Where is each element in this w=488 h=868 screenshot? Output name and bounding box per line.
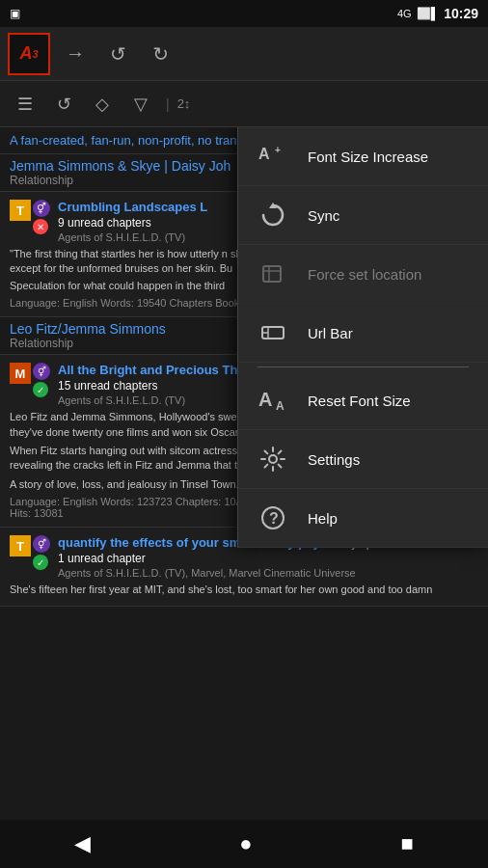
sync-label: Sync <box>308 207 469 224</box>
location-icon <box>258 258 288 289</box>
story3-fandom: Agents of S.H.I.E.L.D. (TV), Marvel, Mar… <box>58 567 405 579</box>
story2-rating-icon: M <box>10 363 31 384</box>
recents-button[interactable]: ■ <box>393 824 421 864</box>
reset-font-label: Reset Font Size <box>308 393 469 409</box>
app-logo[interactable]: A3 <box>8 33 50 75</box>
reset-font-icon: A A <box>258 385 288 416</box>
settings-label: Settings <box>308 451 469 468</box>
story3-rating-icon: T <box>10 535 31 556</box>
notification-icon: ▣ <box>10 7 20 20</box>
svg-rect-3 <box>263 266 281 282</box>
dropdown-item-settings[interactable]: Settings <box>238 430 488 489</box>
help-label: Help <box>308 510 469 527</box>
story3-desc: She's fifteen her first year at MIT, and… <box>10 583 478 597</box>
tag-button[interactable]: ◇ <box>85 87 120 122</box>
dropdown-divider <box>258 366 469 367</box>
story1-icons: T ⚥ ✕ <box>10 200 50 234</box>
dropdown-item-force-location[interactable]: Force set location <box>238 245 488 304</box>
dropdown-item-sync[interactable]: Sync <box>238 186 488 245</box>
dropdown-menu: A + Font Size Increase Sync <box>237 127 488 548</box>
story3-gender-icon: ⚥ <box>33 535 50 553</box>
story3-chapters: 1 unread chapter <box>58 552 405 565</box>
battery-icon: ⬜▌ <box>417 7 440 20</box>
nav-bar: ◀ ● ■ <box>0 820 488 868</box>
signal-icon: 4G <box>397 8 412 19</box>
page-indicator: 2↕ <box>177 96 191 111</box>
svg-text:A: A <box>258 389 272 410</box>
toolbar-divider: | <box>162 96 174 112</box>
svg-text:?: ? <box>269 510 279 527</box>
svg-text:A: A <box>276 399 285 413</box>
story3-complete-icon: ✓ <box>33 555 48 570</box>
url-bar-label: Url Bar <box>308 325 469 341</box>
story1-warning-icon: ✕ <box>33 219 48 234</box>
help-icon: ? <box>258 502 288 533</box>
secondary-toolbar: ☰ ↺ ◇ ▽ | 2↕ <box>0 81 488 127</box>
back-button[interactable]: ◀ <box>67 824 98 864</box>
time-display: 10:29 <box>444 6 478 21</box>
redo-button[interactable]: ↺ <box>143 37 177 71</box>
dropdown-item-reset-font[interactable]: A A Reset Font Size <box>238 371 488 430</box>
status-bar: ▣ 4G ⬜▌ 10:29 <box>0 0 488 27</box>
refresh-button[interactable]: ↺ <box>100 37 135 71</box>
dropdown-item-help[interactable]: ? Help <box>238 489 488 548</box>
svg-point-11 <box>269 455 277 463</box>
font-increase-icon: A + <box>258 141 288 172</box>
force-location-label: Force set location <box>308 266 469 283</box>
forward-button[interactable]: → <box>58 37 93 71</box>
svg-text:+: + <box>275 145 281 155</box>
story2-gender-icon: ⚥ <box>33 363 50 380</box>
home-button[interactable]: ● <box>231 824 259 864</box>
url-bar-icon <box>258 317 288 348</box>
dropdown-item-url-bar[interactable]: Url Bar <box>238 304 488 363</box>
story2-complete-icon: ✓ <box>33 382 48 397</box>
sync-icon <box>258 200 288 231</box>
dropdown-item-font-increase[interactable]: A + Font Size Increase <box>238 127 488 186</box>
filter-button[interactable]: ▽ <box>123 87 158 122</box>
refresh2-button[interactable]: ↺ <box>46 87 81 122</box>
main-content: A fan-created, fan-run, non-profit, no t… <box>0 127 488 862</box>
list-forward-button[interactable]: ☰ <box>8 87 42 122</box>
font-increase-label: Font Size Increase <box>308 149 469 165</box>
settings-icon <box>258 444 288 475</box>
story1-gender-icon: ⚥ <box>33 200 50 217</box>
app-toolbar: A3 → ↺ ↺ <box>0 27 488 81</box>
story1-rating-icon: T <box>10 200 31 221</box>
svg-text:A: A <box>258 146 270 162</box>
